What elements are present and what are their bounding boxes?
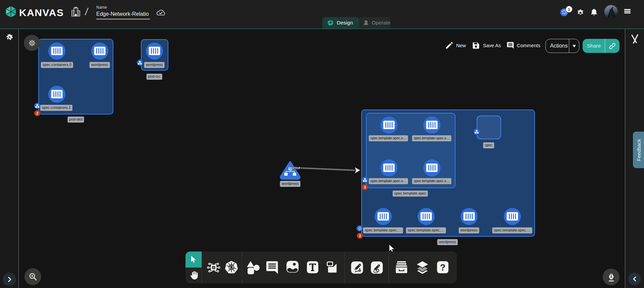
svg-text:?: ? [440, 263, 446, 273]
